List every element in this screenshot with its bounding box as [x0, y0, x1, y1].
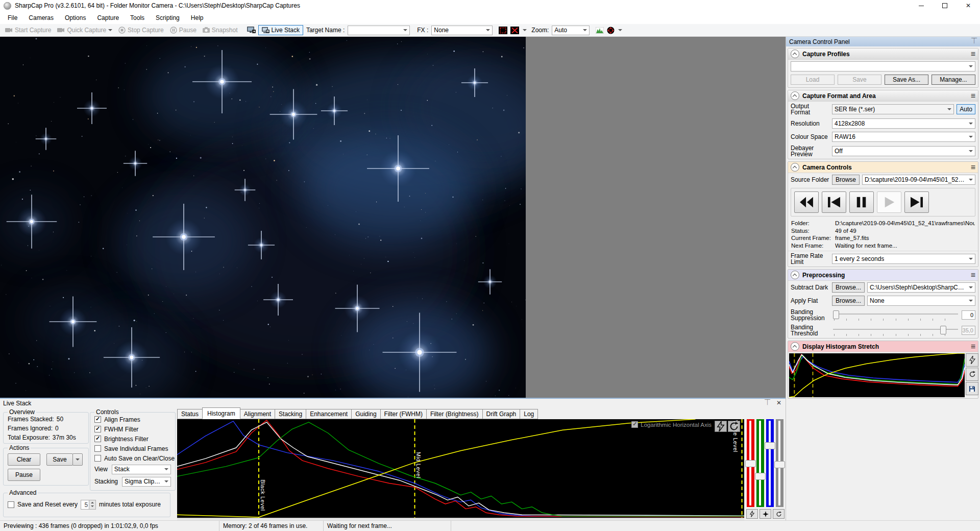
spinner-arrows[interactable] [89, 500, 95, 509]
blue-level-slider[interactable] [766, 419, 774, 507]
save-individual-checkbox[interactable]: Save Individual Frames [90, 444, 175, 453]
minimize-button[interactable] [910, 0, 933, 11]
clear-stack-button[interactable]: Clear [8, 453, 40, 466]
menu-capture[interactable]: Capture [91, 12, 125, 23]
output-format-combo[interactable]: SER file (*.ser) [832, 104, 954, 114]
pause-stack-button[interactable]: Pause [8, 469, 40, 481]
tab-enhancement[interactable]: Enhancement [306, 409, 352, 419]
section-menu-icon[interactable]: ≡ [971, 92, 975, 100]
snapshot-button[interactable]: Snapshot [200, 26, 240, 35]
chevron-down-icon[interactable] [618, 29, 622, 31]
align-frames-checkbox[interactable]: ✓ Align Frames [90, 415, 175, 424]
banding-threshold-slider[interactable] [832, 324, 959, 336]
browse-dark-button[interactable]: Browse... [832, 282, 865, 293]
tab-log[interactable]: Log [520, 409, 538, 419]
restore-button[interactable] [933, 0, 957, 11]
selection-area-button[interactable] [498, 26, 508, 35]
red-level-handle[interactable] [745, 460, 756, 467]
brightness-filter-checkbox[interactable]: ✓ Brightness Filter [90, 434, 175, 444]
display-stretch-header[interactable]: Display Histogram Stretch ≡ [788, 341, 978, 352]
tab-status[interactable]: Status [177, 409, 203, 419]
save-options-dropdown[interactable] [72, 453, 83, 466]
tab-guiding[interactable]: Guiding [351, 409, 380, 419]
slider-handle[interactable] [833, 310, 839, 319]
camera-controls-header[interactable]: Camera Controls ≡ [788, 162, 978, 173]
display-stretch-histogram[interactable] [789, 353, 965, 397]
section-menu-icon[interactable]: ≡ [971, 343, 975, 350]
start-capture-button[interactable]: Start Capture [3, 26, 54, 35]
green-level-handle[interactable] [755, 473, 766, 480]
zoom-combo[interactable]: Auto [552, 26, 590, 35]
reset-levels-button[interactable] [728, 421, 740, 432]
fx-combo[interactable]: None [431, 26, 493, 35]
debayer-preview-combo[interactable]: Off [832, 146, 975, 156]
reset-stretch-button[interactable] [966, 368, 978, 381]
minutes-spinner[interactable]: 5 [81, 500, 96, 510]
section-menu-icon[interactable]: ≡ [971, 164, 975, 171]
stop-capture-button[interactable]: Stop Capture [116, 26, 166, 35]
frame-rate-combo[interactable]: 1 every 2 seconds [832, 254, 975, 264]
black-level-label[interactable]: Black Level [260, 479, 266, 511]
tab-alignment[interactable]: Alignment [240, 409, 275, 419]
menu-options[interactable]: Options [59, 12, 91, 23]
browse-source-button[interactable]: Browse [832, 175, 860, 185]
tab-filter-brightness[interactable]: Filter (Brightness) [426, 409, 483, 419]
luminance-level-slider[interactable] [776, 419, 783, 507]
tab-drift-graph[interactable]: Drift Graph [482, 409, 521, 419]
quick-capture-button[interactable]: Quick Capture [55, 26, 115, 35]
profile-combo[interactable] [791, 61, 975, 71]
folder-monitor-button[interactable] [246, 26, 257, 35]
auto-format-button[interactable]: Auto [957, 104, 975, 114]
luminance-level-handle[interactable] [774, 461, 785, 468]
menu-file[interactable]: File [2, 12, 23, 23]
subtract-dark-combo[interactable]: C:\Users\Steph\Desktop\SharpCap Captu... [867, 282, 975, 293]
slider-handle[interactable] [940, 326, 946, 334]
live-stack-histogram[interactable]: Black Level Mid Level White Level ✓ Loga… [177, 419, 744, 518]
tab-histogram[interactable]: Histogram [202, 407, 240, 419]
auto-stretch-button[interactable] [966, 353, 978, 367]
resolution-combo[interactable]: 4128x2808 [832, 118, 975, 129]
menu-tools[interactable]: Tools [125, 12, 150, 23]
menu-help[interactable]: Help [185, 12, 209, 23]
play-button[interactable] [877, 191, 901, 213]
menu-cameras[interactable]: Cameras [23, 12, 59, 23]
pause-playback-button[interactable] [849, 191, 874, 213]
collapse-icon[interactable] [791, 50, 799, 58]
red-level-slider[interactable] [747, 419, 754, 507]
preprocessing-header[interactable]: Preprocessing ≡ [788, 270, 978, 281]
mid-level-label[interactable]: Mid Level [415, 452, 422, 478]
section-menu-icon[interactable]: ≡ [971, 272, 975, 279]
save-as-button[interactable]: Save As... [885, 75, 928, 85]
collapse-icon[interactable] [791, 91, 799, 100]
chevron-down-icon[interactable] [523, 29, 527, 31]
next-frame-button[interactable] [904, 191, 929, 213]
save-stretch-button[interactable] [966, 382, 978, 395]
pause-button[interactable]: Pause [167, 26, 199, 35]
save-reset-checkbox[interactable]: Save and Reset every 5 minutes total exp… [4, 498, 170, 511]
star-button[interactable] [760, 509, 771, 519]
section-menu-icon[interactable]: ≡ [971, 51, 975, 58]
pin-icon[interactable]: ⏉ [765, 399, 770, 405]
source-folder-combo[interactable]: D:\capture\2019-09-04\m45\01_52_41\rawf.… [862, 175, 975, 185]
histogram-tool-button[interactable] [595, 26, 605, 35]
menu-scripting[interactable]: Scripting [150, 12, 185, 23]
capture-profiles-header[interactable]: Capture Profiles ≡ [788, 49, 978, 60]
rewind-button[interactable] [794, 191, 819, 213]
browse-flat-button[interactable]: Browse... [832, 296, 865, 306]
manage-profiles-button[interactable]: Manage... [932, 75, 975, 85]
fwhm-filter-checkbox[interactable]: ✓ FWHM Filter [90, 424, 175, 434]
blue-level-handle[interactable] [765, 442, 775, 449]
previous-frame-button[interactable] [822, 191, 846, 213]
stacking-combo[interactable]: Sigma Clipping [122, 477, 171, 487]
view-combo[interactable]: Stack [112, 465, 171, 474]
auto-stretch-button[interactable] [715, 421, 727, 432]
close-button[interactable]: ✕ [957, 0, 980, 11]
collapse-icon[interactable] [791, 271, 799, 279]
pin-icon[interactable]: ⏉ [971, 38, 977, 44]
apply-flat-combo[interactable]: None [867, 296, 975, 306]
green-level-slider[interactable] [756, 419, 764, 507]
save-profile-button[interactable]: Save [838, 75, 881, 85]
capture-format-header[interactable]: Capture Format and Area ≡ [788, 90, 978, 102]
log-axis-checkbox[interactable]: ✓ Logarithmic Horizontal Axis [631, 421, 712, 428]
close-icon[interactable]: ✕ [776, 399, 781, 406]
